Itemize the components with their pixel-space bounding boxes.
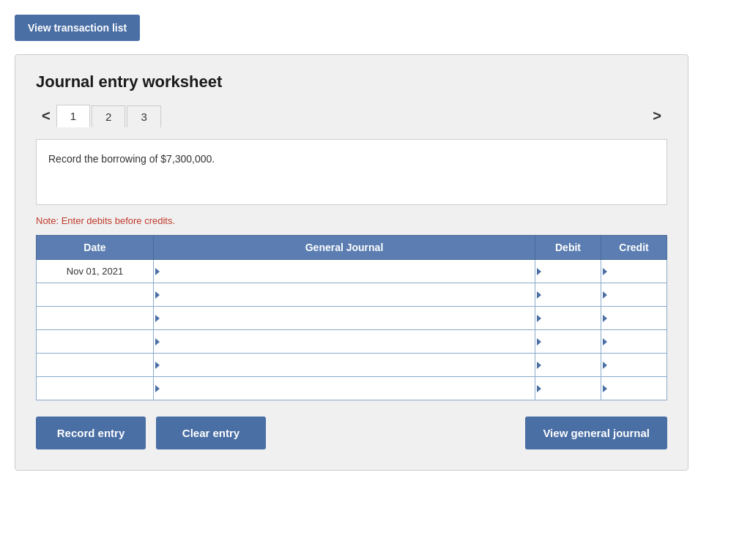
date-cell-5 [37, 354, 154, 377]
instruction-box: Record the borrowing of $7,300,000. [36, 139, 667, 205]
tabs-list: 1 2 3 [56, 105, 647, 127]
credit-cell-6 [601, 377, 667, 400]
credit-cell-2 [601, 283, 667, 307]
debit-cell-6 [535, 377, 601, 400]
debit-input-6[interactable] [535, 377, 601, 400]
col-header-date: Date [37, 236, 154, 260]
buttons-row: Record entry Clear entry View general jo… [36, 417, 667, 449]
debit-triangle-6 [537, 385, 541, 392]
credit-triangle-1 [603, 268, 607, 275]
debit-cell-2 [535, 283, 601, 307]
table-row: Nov 01, 2021 [37, 260, 667, 283]
date-value-1: Nov 01, 2021 [67, 266, 123, 277]
credit-input-5[interactable] [601, 354, 667, 376]
tab-2[interactable]: 2 [92, 105, 125, 127]
date-cell-2 [37, 283, 154, 307]
general-journal-cell-4 [154, 330, 535, 354]
triangle-icon-6 [155, 385, 160, 392]
table-row [37, 354, 667, 377]
debit-triangle-2 [537, 291, 541, 299]
general-journal-cell-6 [154, 377, 535, 400]
credit-triangle-5 [603, 362, 607, 369]
general-journal-input-3[interactable] [154, 307, 535, 329]
debit-input-2[interactable] [535, 283, 601, 306]
record-entry-button[interactable]: Record entry [36, 417, 146, 449]
credit-triangle-6 [603, 385, 607, 392]
table-row [37, 377, 667, 400]
table-row [37, 283, 667, 307]
debit-cell-4 [535, 330, 601, 354]
general-journal-input-2[interactable] [154, 283, 535, 306]
debit-cell-5 [535, 354, 601, 377]
clear-entry-button[interactable]: Clear entry [156, 417, 266, 449]
credit-cell-1 [601, 260, 667, 283]
triangle-icon-1 [155, 268, 160, 275]
debit-input-1[interactable] [535, 260, 601, 283]
tab-1[interactable]: 1 [56, 105, 90, 127]
triangle-icon-3 [155, 315, 160, 322]
debit-input-3[interactable] [535, 307, 601, 329]
view-general-journal-button[interactable]: View general journal [525, 417, 667, 449]
credit-triangle-4 [603, 338, 607, 346]
col-header-general-journal: General Journal [154, 236, 535, 260]
col-header-credit: Credit [601, 236, 667, 260]
table-row [37, 307, 667, 330]
debit-triangle-1 [537, 268, 541, 275]
journal-table: Date General Journal Debit Credit Nov 01… [36, 235, 667, 400]
date-cell-4 [37, 330, 154, 354]
top-bar: View transaction list [15, 15, 735, 41]
general-journal-cell-2 [154, 283, 535, 307]
view-transaction-button[interactable]: View transaction list [15, 15, 140, 41]
debit-cell-1 [535, 260, 601, 283]
triangle-icon-4 [155, 338, 160, 346]
note-text: Note: Enter debits before credits. [36, 215, 667, 226]
date-cell-3 [37, 307, 154, 330]
debit-triangle-5 [537, 362, 541, 369]
tabs-row: < 1 2 3 > [36, 105, 667, 127]
credit-triangle-2 [603, 291, 607, 299]
general-journal-input-6[interactable] [154, 377, 535, 400]
credit-cell-3 [601, 307, 667, 330]
tab-3[interactable]: 3 [127, 105, 160, 127]
credit-input-4[interactable] [601, 330, 667, 353]
col-header-debit: Debit [535, 236, 601, 260]
worksheet-container: Journal entry worksheet < 1 2 3 > Record… [15, 54, 688, 471]
credit-input-3[interactable] [601, 307, 667, 329]
general-journal-cell-5 [154, 354, 535, 377]
triangle-icon-5 [155, 362, 160, 369]
credit-cell-4 [601, 330, 667, 354]
credit-input-1[interactable] [601, 260, 667, 283]
table-row [37, 330, 667, 354]
date-cell-1: Nov 01, 2021 [37, 260, 154, 283]
debit-input-5[interactable] [535, 354, 601, 376]
debit-triangle-3 [537, 315, 541, 322]
general-journal-cell-3 [154, 307, 535, 330]
credit-input-2[interactable] [601, 283, 667, 306]
debit-triangle-4 [537, 338, 541, 346]
credit-input-6[interactable] [601, 377, 667, 400]
general-journal-cell-1 [154, 260, 535, 283]
worksheet-title: Journal entry worksheet [36, 72, 667, 92]
tab-prev-button[interactable]: < [36, 105, 56, 127]
general-journal-input-1[interactable] [154, 260, 535, 283]
debit-input-4[interactable] [535, 330, 601, 353]
date-cell-6 [37, 377, 154, 400]
triangle-icon-2 [155, 291, 160, 299]
general-journal-input-4[interactable] [154, 330, 535, 353]
tab-next-button[interactable]: > [647, 105, 667, 127]
general-journal-input-5[interactable] [154, 354, 535, 376]
instruction-text: Record the borrowing of $7,300,000. [48, 153, 215, 165]
credit-triangle-3 [603, 315, 607, 322]
credit-cell-5 [601, 354, 667, 377]
debit-cell-3 [535, 307, 601, 330]
